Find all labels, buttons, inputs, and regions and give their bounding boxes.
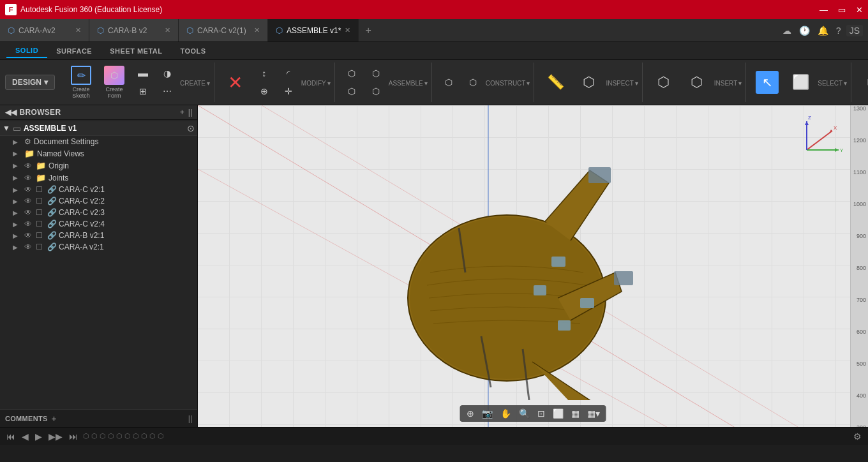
user-icon[interactable]: JS — [846, 25, 863, 36]
help-icon[interactable]: ? — [834, 24, 844, 37]
timeline-icon[interactable]: ⬡ — [133, 432, 139, 440]
collapse-browser-icon[interactable]: ◀◀ — [5, 108, 17, 117]
tool-fillet[interactable]: ◜ — [277, 65, 300, 82]
tab-add-button[interactable]: + — [359, 19, 377, 41]
tool-select[interactable]: ↖ — [751, 64, 783, 100]
eye-icon[interactable]: 👁 — [24, 161, 33, 170]
tool-joint-origin[interactable]: ⬡ — [340, 83, 363, 100]
tree-item-named-views[interactable]: ▶ 📁 Named Views — [0, 147, 197, 160]
timeline-icon[interactable]: ⬡ — [108, 432, 114, 440]
close-button[interactable]: ✕ — [856, 5, 863, 15]
timeline-icon[interactable]: ⬡ — [141, 432, 147, 440]
eye-icon[interactable]: 👁 — [24, 197, 33, 205]
tool-interference[interactable]: ⬡ — [572, 64, 604, 100]
vp-zoom-icon[interactable]: 🔍 — [516, 407, 532, 420]
tool-plane-angle[interactable]: ⬡ — [461, 74, 484, 91]
tree-item-cara-b-v21[interactable]: ▶ 👁 ☐ 🔗 CARA-B v2:1 — [0, 230, 197, 241]
timeline-icon[interactable]: ⬡ — [158, 432, 164, 440]
vp-pan-icon[interactable]: ✋ — [498, 407, 514, 420]
tab-icon: ⬡ — [186, 26, 193, 35]
tab-close[interactable]: ✕ — [75, 26, 81, 34]
timeline-first-button[interactable]: ⏮ — [5, 431, 17, 442]
vp-visual-icon[interactable]: ▦ — [569, 407, 582, 420]
tool-move[interactable]: ✛ — [277, 83, 300, 100]
tab-surface[interactable]: SURFACE — [47, 45, 101, 57]
tree-item-cara-c-v23[interactable]: ▶ 👁 ☐ 🔗 CARA-C v2:3 — [0, 207, 197, 218]
eye-icon[interactable]: 👁 — [24, 174, 33, 183]
timeline-icon[interactable]: ⬡ — [149, 432, 156, 440]
vp-camera-icon[interactable]: 📷 — [479, 407, 495, 420]
tab-cara-bv2[interactable]: ⬡ CARA-B v2 ✕ — [89, 19, 179, 41]
minimize-button[interactable]: — — [819, 5, 828, 15]
tool-delete[interactable]: ✕ — [220, 64, 251, 100]
notify-icon[interactable]: 🔔 — [815, 24, 831, 37]
tree-item-cara-c-v24[interactable]: ▶ 👁 ☐ 🔗 CARA-C v2:4 — [0, 218, 197, 230]
browser-collapse-icon[interactable]: || — [188, 108, 192, 117]
tree-item-cara-c-v21[interactable]: ▶ 👁 ☐ 🔗 CARA-C v2:1 — [0, 184, 197, 195]
tab-tools[interactable]: TOOLS — [171, 45, 214, 57]
comments-add-button[interactable]: + — [52, 414, 57, 424]
tool-extrude[interactable]: ▬ — [131, 65, 154, 82]
tool-select-box[interactable]: ⬜ — [784, 64, 816, 100]
tool-combine[interactable]: ⊕ — [253, 83, 276, 100]
tab-close[interactable]: ✕ — [254, 26, 260, 34]
timeline-icon[interactable]: ⬡ — [116, 432, 123, 440]
tree-item-cara-a-v21[interactable]: ▶ 👁 ☐ 🔗 CARA-A v2:1 — [0, 241, 197, 253]
tab-assemble-v1[interactable]: ⬡ ASSEMBLE v1* ✕ — [268, 19, 359, 41]
tool-insert-svg[interactable]: ⬡ — [681, 64, 713, 100]
tool-more[interactable]: ⋯ — [156, 83, 179, 100]
tool-capture-position[interactable]: ⬡ — [857, 64, 868, 100]
maximize-button[interactable]: ▭ — [838, 5, 846, 15]
vp-zoom-fit-icon[interactable]: ⊡ — [535, 407, 548, 420]
timeline-play-button[interactable]: ▶ — [34, 431, 43, 442]
timeline-items: ⬡ ⬡ ⬡ ⬡ ⬡ ⬡ ⬡ ⬡ ⬡ ⬡ — [83, 432, 848, 440]
viewport[interactable]: ⊕ 📷 ✋ 🔍 ⊡ ⬜ ▦ ▦▾ X — [198, 105, 868, 427]
tool-new-component[interactable]: ⬡ — [340, 65, 363, 82]
settings-icon[interactable]: ⚙ — [852, 431, 863, 442]
tree-item-joints[interactable]: ▶ 👁 📁 Joints — [0, 172, 197, 184]
tree-item-cara-c-v22[interactable]: ▶ 👁 ☐ 🔗 CARA-C v2:2 — [0, 195, 197, 207]
vp-display-icon[interactable]: ⬜ — [550, 407, 566, 420]
timeline-icon[interactable]: ⬡ — [100, 432, 106, 440]
tab-solid[interactable]: SOLID — [6, 44, 47, 58]
root-expand[interactable]: ▼ — [3, 124, 10, 133]
root-dot-icon[interactable]: ⊙ — [187, 123, 195, 133]
tool-offset-plane[interactable]: ⬡ — [437, 74, 460, 91]
tool-create-form[interactable]: ⬡ Create Form — [98, 64, 130, 100]
comments-collapse-button[interactable]: || — [188, 414, 192, 423]
tab-cara-cv21[interactable]: ⬡ CARA-C v2(1) ✕ — [179, 19, 268, 41]
design-button[interactable]: DESIGN ▾ — [5, 75, 55, 90]
cloud-icon[interactable]: ☁ — [780, 24, 794, 37]
tool-pattern[interactable]: ⊞ — [131, 83, 154, 100]
history-icon[interactable]: 🕐 — [797, 24, 812, 37]
eye-icon[interactable]: 👁 — [24, 242, 33, 251]
group-create-label: CREATE ▾ — [180, 80, 210, 87]
browser-add-icon[interactable]: + — [180, 108, 184, 117]
tool-motion-link[interactable]: ⬡ — [364, 83, 387, 100]
timeline-last-button[interactable]: ⏭ — [68, 431, 79, 442]
tree-item-origin[interactable]: ▶ 👁 📁 Origin — [0, 160, 197, 172]
svg-marker-19 — [835, 148, 839, 152]
timeline-icon[interactable]: ⬡ — [124, 432, 131, 440]
eye-icon[interactable]: 👁 — [24, 220, 33, 228]
tab-sheet-metal[interactable]: SHEET METAL — [101, 45, 171, 57]
tab-close[interactable]: ✕ — [345, 26, 350, 34]
timeline-prev-button[interactable]: ◀ — [20, 431, 30, 442]
eye-icon[interactable]: 👁 — [24, 231, 33, 240]
vp-grid-icon[interactable]: ▦▾ — [585, 407, 602, 420]
tool-create-sketch[interactable]: ✏ Create Sketch — [65, 64, 97, 100]
tool-joint[interactable]: ⬡ — [364, 65, 387, 82]
vp-orbit-icon[interactable]: ⊕ — [464, 407, 477, 420]
tab-close[interactable]: ✕ — [165, 26, 170, 34]
tool-measure[interactable]: 📏 — [539, 64, 571, 100]
timeline-icon[interactable]: ⬡ — [83, 432, 89, 440]
tool-press-pull[interactable]: ↕ — [253, 65, 276, 82]
eye-icon[interactable]: 👁 — [24, 208, 33, 217]
timeline-icon[interactable]: ⬡ — [91, 432, 98, 440]
tool-revolve[interactable]: ◑ — [156, 65, 179, 82]
tool-insert-mesh[interactable]: ⬡ — [648, 64, 680, 100]
eye-icon[interactable]: 👁 — [24, 185, 33, 194]
tree-item-doc-settings[interactable]: ▶ ⚙ Document Settings — [0, 136, 197, 147]
timeline-next-button[interactable]: ▶▶ — [47, 431, 64, 442]
tab-cara-av2[interactable]: ⬡ CARA-Av2 ✕ — [0, 19, 89, 41]
